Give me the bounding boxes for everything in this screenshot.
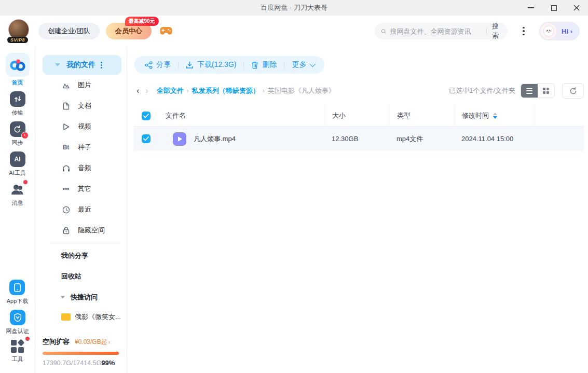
rail-item-messages[interactable]: 消息 xyxy=(10,182,25,207)
maximize-button[interactable] xyxy=(542,0,565,16)
download-button[interactable]: 下载(12.3G) xyxy=(186,60,236,70)
left-rail: 首页 传输 同步 AI AI工具 消息 xyxy=(0,47,35,373)
rail-label-certification: 网盘认证 xyxy=(6,327,29,335)
back-button[interactable]: ‹ xyxy=(133,86,142,95)
column-header-size[interactable]: 大小 xyxy=(324,105,389,127)
row-checkbox[interactable] xyxy=(142,134,151,143)
column-header-name[interactable]: 文件名 xyxy=(158,105,324,127)
list-view-icon xyxy=(526,88,532,94)
file-size: 12.30GB xyxy=(324,135,389,143)
close-button[interactable] xyxy=(565,0,588,16)
member-discount-badge: 最高减90元 xyxy=(125,17,159,26)
audio-icon xyxy=(61,164,71,172)
quick-access-folder[interactable]: 俄影《微笑女... xyxy=(43,308,121,326)
tree-item-audio[interactable]: 音频 xyxy=(43,158,121,178)
more-menu-button[interactable] xyxy=(516,23,531,39)
search-button[interactable]: 搜索 xyxy=(492,22,501,40)
search-input[interactable] xyxy=(390,27,481,35)
tree-item-hidden-space[interactable]: 隐藏空间 xyxy=(43,220,121,241)
rail-label-ai-tools: AI工具 xyxy=(9,169,25,177)
app-download-icon xyxy=(9,280,25,295)
list-view-button[interactable] xyxy=(521,84,538,98)
selection-count: 已选中1个文件/文件夹 xyxy=(449,86,515,95)
chevron-right-icon: › xyxy=(108,339,111,345)
tree-quick-access[interactable]: 快捷访问 xyxy=(43,287,121,308)
messages-badge xyxy=(23,180,28,184)
search-icon xyxy=(381,27,386,35)
column-header-extra xyxy=(535,105,584,127)
tree-item-recent[interactable]: 最近 xyxy=(43,199,121,220)
rail-item-sync[interactable]: 同步 xyxy=(10,121,25,147)
messages-icon xyxy=(10,182,25,197)
rail-item-tools[interactable]: 工具 xyxy=(11,340,24,363)
rail-label-sync: 同步 xyxy=(12,139,23,147)
tree-item-my-shares[interactable]: 我的分享 xyxy=(43,245,121,266)
tools-badge xyxy=(25,337,30,341)
tree-divider xyxy=(50,243,119,243)
column-header-time[interactable]: 修改时间 xyxy=(454,105,535,127)
video-file-icon xyxy=(173,132,186,146)
minimize-button[interactable] xyxy=(519,0,542,16)
user-avatar[interactable]: SVIP8 xyxy=(8,19,30,43)
tree-my-files[interactable]: 我的文件 xyxy=(43,55,121,75)
tree-item-documents[interactable]: 文档 xyxy=(43,95,121,116)
search-box[interactable]: 搜索 xyxy=(375,23,508,39)
storage-section: 空间扩容 ¥0.03/GB起 › 17390.7G/17414.5G99% xyxy=(43,337,121,367)
select-all-checkbox[interactable] xyxy=(142,112,151,120)
rail-label-app-download: App下载 xyxy=(7,297,29,305)
game-center-button[interactable] xyxy=(160,26,172,36)
crumb-all-files[interactable]: 全部文件 xyxy=(157,86,184,95)
ai-tools-icon: AI xyxy=(10,151,25,167)
gamepad-icon xyxy=(160,26,172,36)
tree-item-others[interactable]: ••• 其它 xyxy=(43,178,121,199)
my-files-menu-icon[interactable] xyxy=(101,62,102,68)
member-center-label: 会员中心 xyxy=(115,26,142,36)
file-time: 2024.11.04 15:00 xyxy=(454,135,535,143)
tree-label-hidden-space: 隐藏空间 xyxy=(78,226,105,235)
sync-icon xyxy=(10,121,25,137)
recent-icon xyxy=(61,206,71,214)
tree-item-torrents[interactable]: Bt 种子 xyxy=(43,137,121,158)
forward-button[interactable]: › xyxy=(142,86,151,95)
grid-view-icon xyxy=(543,88,549,94)
column-header-type[interactable]: 类型 xyxy=(389,105,454,127)
rail-item-ai-tools[interactable]: AI AI工具 xyxy=(9,151,25,177)
crumb-separator: › xyxy=(187,87,189,94)
sort-icon[interactable] xyxy=(493,113,497,119)
assistant-avatar-icon xyxy=(540,22,557,40)
delete-button[interactable]: 删除 xyxy=(251,60,277,70)
tree-my-files-label: 我的文件 xyxy=(66,60,95,70)
breadcrumb-row: ‹ › 全部文件 › 私发系列（稀缺资源） › 英国电影《凡人烦事》 已选中1个… xyxy=(133,82,584,100)
download-icon xyxy=(186,61,194,69)
tree-label-audio: 音频 xyxy=(78,163,91,173)
assistant-button[interactable]: Hi › xyxy=(539,22,580,40)
create-team-button[interactable]: 创建企业/团队 xyxy=(38,23,100,39)
svip-badge: SVIP8 xyxy=(7,37,28,43)
breadcrumb: 全部文件 › 私发系列（稀缺资源） › 英国电影《凡人烦事》 xyxy=(157,86,335,95)
grid-view-button[interactable] xyxy=(538,84,554,98)
table-header: 文件名 大小 类型 修改时间 xyxy=(133,105,584,127)
rail-item-certification[interactable]: 网盘认证 xyxy=(6,310,29,335)
member-center-button[interactable]: 会员中心 最高减90元 xyxy=(106,23,152,39)
file-type: mp4文件 xyxy=(389,134,454,144)
toolbar-divider xyxy=(178,61,179,69)
table-row[interactable]: 凡人烦事.mp4 12.30GB mp4文件 2024.11.04 15:00 xyxy=(133,127,584,151)
rail-item-transfer[interactable]: 传输 xyxy=(10,91,25,117)
storage-progress-bar xyxy=(43,352,119,355)
tree-item-pictures[interactable]: 图片 xyxy=(43,75,121,95)
view-toggle xyxy=(521,84,555,98)
tree-label-pictures: 图片 xyxy=(78,80,91,90)
rail-item-home[interactable]: 首页 xyxy=(6,53,30,87)
file-name-cell[interactable]: 凡人烦事.mp4 xyxy=(158,132,324,146)
tree-item-videos[interactable]: 视频 xyxy=(43,116,121,137)
tree-item-recycle-bin[interactable]: 回收站 xyxy=(43,266,121,287)
more-button[interactable]: 更多 xyxy=(292,60,314,70)
refresh-button[interactable] xyxy=(562,83,584,99)
crumb-series[interactable]: 私发系列（稀缺资源） xyxy=(192,86,259,95)
storage-upgrade-link[interactable]: ¥0.03/GB起 xyxy=(75,338,107,347)
share-button[interactable]: 分享 xyxy=(145,60,171,70)
breadcrumb-right: 已选中1个文件/文件夹 xyxy=(449,83,584,99)
storage-progress-fill xyxy=(43,352,119,355)
rail-item-app-download[interactable]: App下载 xyxy=(7,280,29,305)
tree-label-videos: 视频 xyxy=(78,122,91,131)
